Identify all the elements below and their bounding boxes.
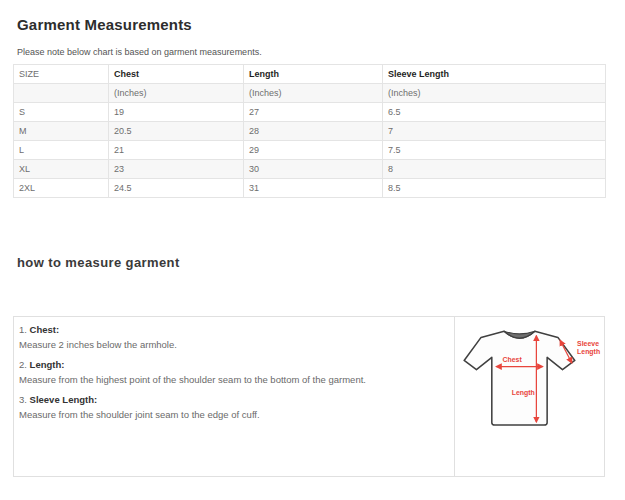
column-header-chest: Chest	[109, 65, 244, 84]
units-cell-empty	[14, 84, 109, 103]
length-cell: 31	[244, 179, 383, 198]
length-cell: 27	[244, 103, 383, 122]
chest-cell: 23	[109, 160, 244, 179]
units-cell-sleeve: (Inches)	[383, 84, 606, 103]
table-row: 2XL 24.5 31 8.5	[14, 179, 606, 198]
table-row: M 20.5 28 7	[14, 122, 606, 141]
length-cell: 29	[244, 141, 383, 160]
step-title: 2. Length:	[19, 358, 444, 371]
size-cell: S	[14, 103, 109, 122]
units-row: (Inches) (Inches) (Inches)	[14, 84, 606, 103]
column-header-length: Length	[244, 65, 383, 84]
instructions-list: 1. Chest: Measure 2 inches below the arm…	[14, 317, 454, 476]
size-cell: L	[14, 141, 109, 160]
chest-cell: 20.5	[109, 122, 244, 141]
step-number: 2.	[19, 359, 27, 370]
step-label: Length:	[30, 359, 65, 370]
step-description: Measure from the highest point of the sh…	[19, 373, 444, 386]
sleeve-cell: 7	[383, 122, 606, 141]
tshirt-outline	[464, 331, 575, 425]
size-chart-table: SIZE Chest Length Sleeve Length (Inches)…	[13, 64, 606, 198]
chest-label: Chest	[503, 356, 523, 363]
page-title: Garment Measurements	[17, 16, 605, 33]
sleeve-cell: 7.5	[383, 141, 606, 160]
size-cell: 2XL	[14, 179, 109, 198]
sleeve-label: Sleeve Length	[577, 340, 601, 356]
table-row: S 19 27 6.5	[14, 103, 606, 122]
step-label: Sleeve Length:	[30, 394, 98, 405]
measure-instructions-box: 1. Chest: Measure 2 inches below the arm…	[13, 316, 605, 477]
tshirt-diagram: Chest Length Sleeve Length	[458, 322, 604, 445]
diagram-cell: Chest Length Sleeve Length	[454, 317, 604, 476]
units-cell-chest: (Inches)	[109, 84, 244, 103]
size-cell: XL	[14, 160, 109, 179]
step-label: Chest:	[30, 324, 60, 335]
sleeve-cell: 6.5	[383, 103, 606, 122]
step-description: Measure 2 inches below the armhole.	[19, 338, 444, 351]
step-number: 1.	[19, 324, 27, 335]
chest-cell: 19	[109, 103, 244, 122]
chest-cell: 21	[109, 141, 244, 160]
page-container: Garment Measurements Please note below c…	[0, 16, 625, 477]
length-cell: 28	[244, 122, 383, 141]
header-row: SIZE Chest Length Sleeve Length	[14, 65, 606, 84]
step-title: 3. Sleeve Length:	[19, 393, 444, 406]
step-description: Measure from the shoulder joint seam to …	[19, 408, 444, 421]
column-header-size: SIZE	[14, 65, 109, 84]
length-label: Length	[512, 389, 535, 397]
table-row: XL 23 30 8	[14, 160, 606, 179]
size-cell: M	[14, 122, 109, 141]
table-row: L 21 29 7.5	[14, 141, 606, 160]
sleeve-cell: 8.5	[383, 179, 606, 198]
sleeve-cell: 8	[383, 160, 606, 179]
instruction-step: 1. Chest: Measure 2 inches below the arm…	[19, 323, 444, 351]
step-title: 1. Chest:	[19, 323, 444, 336]
step-number: 3.	[19, 394, 27, 405]
units-cell-length: (Inches)	[244, 84, 383, 103]
instruction-step: 3. Sleeve Length: Measure from the shoul…	[19, 393, 444, 421]
instruction-step: 2. Length: Measure from the highest poin…	[19, 358, 444, 386]
measurement-note: Please note below chart is based on garm…	[17, 47, 605, 58]
chest-cell: 24.5	[109, 179, 244, 198]
how-to-measure-heading: how to measure garment	[17, 255, 605, 270]
column-header-sleeve-length: Sleeve Length	[383, 65, 606, 84]
length-cell: 30	[244, 160, 383, 179]
